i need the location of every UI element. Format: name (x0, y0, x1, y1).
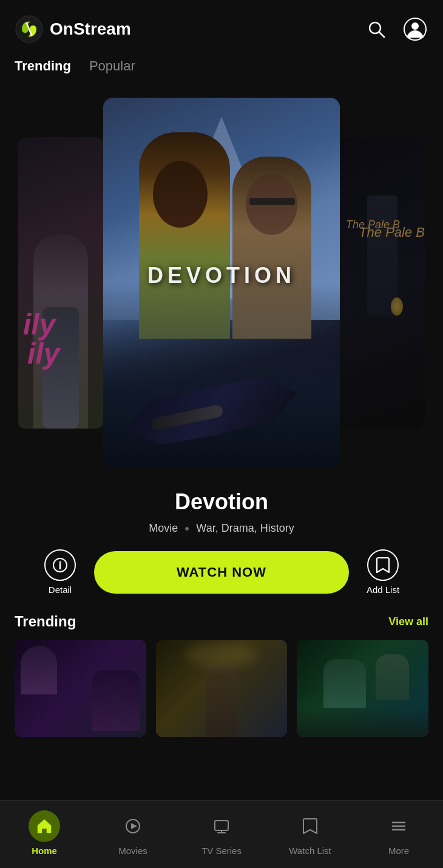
carousel-left-card[interactable]: ily (18, 137, 103, 429)
add-list-label: Add List (367, 585, 399, 595)
svg-marker-9 (131, 823, 137, 829)
nav-more[interactable]: More (368, 810, 429, 856)
more-nav-icon-wrap (383, 810, 414, 842)
app-header: OnStream (0, 0, 443, 53)
detail-label: Detail (49, 585, 72, 595)
featured-carousel: ily DEVOT (0, 89, 443, 477)
add-list-button[interactable]: Add List (359, 549, 407, 595)
app-name: OnStream (50, 19, 131, 39)
search-button[interactable] (363, 16, 390, 42)
svg-line-2 (379, 32, 384, 37)
nav-watch-list[interactable]: Watch List (280, 810, 340, 856)
nav-home[interactable]: Home (14, 810, 75, 856)
tv-series-nav-icon-wrap (206, 810, 237, 842)
trending-cards-row (15, 640, 428, 737)
carousel-track: ily DEVOT (0, 89, 443, 477)
movies-nav-icon-wrap (117, 810, 149, 842)
movies-nav-label: Movies (118, 846, 147, 856)
movies-icon (124, 818, 141, 835)
movie-genres: War, Drama, History (196, 522, 294, 535)
carousel-right-card[interactable]: The Pale B (340, 137, 425, 429)
trending-card-1[interactable] (15, 640, 146, 737)
view-all-button[interactable]: View all (388, 615, 428, 628)
svg-point-7 (59, 561, 61, 563)
more-icon (390, 818, 407, 835)
logo-area: OnStream (15, 15, 131, 44)
app-logo-icon (15, 15, 44, 44)
category-tabs: Trending Popular (0, 53, 443, 89)
header-actions (363, 16, 428, 42)
svg-rect-10 (215, 821, 228, 830)
bottom-navigation: Home Movies TV Series Watch List (0, 800, 443, 868)
watch-now-button[interactable]: WATCH NOW (94, 551, 349, 594)
bookmark-icon (376, 557, 390, 574)
svg-point-4 (411, 22, 419, 30)
meta-separator (185, 527, 189, 531)
tab-trending[interactable]: Trending (15, 58, 71, 76)
tv-series-icon (213, 818, 230, 835)
watch-list-nav-label: Watch List (289, 846, 331, 856)
profile-button[interactable] (402, 16, 428, 42)
trending-card-3[interactable] (297, 640, 428, 737)
featured-movie-meta: Movie War, Drama, History (15, 522, 428, 535)
home-nav-label: Home (32, 846, 57, 856)
trending-section-header: Trending View all (15, 613, 428, 630)
detail-icon-circle (44, 549, 76, 581)
movie-type: Movie (149, 522, 178, 535)
tab-popular[interactable]: Popular (89, 58, 135, 76)
trending-section: Trending View all (0, 595, 443, 737)
featured-movie-info: Devotion Movie War, Drama, History (0, 477, 443, 535)
nav-spacer (0, 737, 443, 804)
trending-card-2[interactable] (156, 640, 288, 737)
more-nav-label: More (388, 846, 409, 856)
left-card-text: ily (23, 308, 55, 341)
right-card-text: The Pale B (346, 219, 400, 231)
home-icon (36, 818, 53, 835)
featured-actions: Detail WATCH NOW Add List (0, 535, 443, 595)
nav-movies[interactable]: Movies (103, 810, 163, 856)
featured-movie-poster-title: DEVOTION (147, 263, 296, 288)
detail-button[interactable]: Detail (36, 549, 84, 595)
featured-movie-title: Devotion (15, 489, 428, 515)
add-list-icon-circle (367, 549, 399, 581)
trending-title: Trending (15, 613, 76, 630)
search-icon (367, 19, 386, 39)
info-icon (52, 557, 68, 573)
tv-series-nav-label: TV Series (201, 846, 242, 856)
profile-icon (403, 17, 427, 41)
featured-movie-card[interactable]: DEVOTION (103, 98, 340, 468)
home-nav-icon-wrap (29, 810, 60, 842)
nav-tv-series[interactable]: TV Series (191, 810, 252, 856)
watch-list-icon (302, 818, 318, 835)
watch-list-nav-icon-wrap (294, 810, 326, 842)
